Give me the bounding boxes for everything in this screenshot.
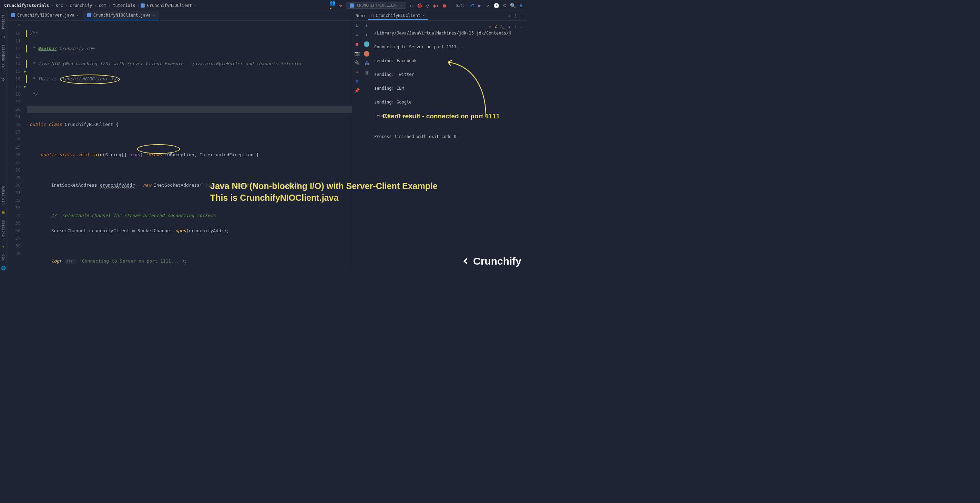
breadcrumb-item[interactable]: com — [97, 3, 108, 8]
chevron-right-icon: › — [108, 3, 111, 8]
run-tool-window: Run: ▢ CrunchifyNIOClient × ↓ ⋮ — ↻ ⚙ ■ … — [352, 11, 527, 270]
gear-icon[interactable]: ⚙ — [356, 32, 358, 37]
crunchify-logo: Crunchify — [461, 255, 521, 267]
chevron-right-icon: › — [64, 3, 68, 8]
close-icon[interactable]: × — [76, 13, 79, 18]
scroll-end-icon[interactable] — [364, 51, 369, 57]
more-icon[interactable]: ⋮ — [514, 13, 518, 18]
tab-label: CrunchifyNIOServer.java — [17, 13, 75, 18]
structure-icon[interactable]: ▦ — [2, 210, 5, 215]
run-header: Run: ▢ CrunchifyNIOClient × ↓ ⋮ — — [352, 11, 527, 21]
coverage-icon[interactable]: ◔ — [425, 2, 431, 9]
run-configuration-select[interactable]: CRUNCHIFYNIOCLIENT ▾ — [346, 2, 406, 9]
camera-icon[interactable]: 📷 — [354, 51, 360, 56]
arrow-down-icon[interactable]: ↓ — [508, 13, 511, 18]
crunchify-logo-icon — [461, 256, 470, 266]
tab-label: CrunchifyNIOClient.java — [93, 13, 151, 18]
trash-icon[interactable]: 🗑 — [364, 70, 369, 75]
code-with-me-icon[interactable]: 👥▾ — [329, 2, 336, 9]
breadcrumb-item[interactable]: CrunchifyNIOClient — [146, 3, 193, 8]
console-line: sending: Facebook — [374, 57, 524, 64]
git-push-icon[interactable]: ↗ — [485, 2, 491, 9]
console-line: sending: IBM — [374, 85, 524, 92]
star-icon[interactable]: ★ — [2, 244, 5, 249]
run-label: Run: — [356, 13, 368, 18]
console-line: Connecting to Server on port 1111... — [374, 43, 524, 50]
git-rollback-icon[interactable]: ⟲ — [501, 2, 508, 9]
console-line: sending: Twitter — [374, 71, 524, 78]
sidebar-project[interactable]: Project — [2, 13, 5, 31]
run-tab[interactable]: ▢ CrunchifyNIOClient × — [368, 12, 428, 20]
logo-text: Crunchify — [473, 255, 521, 267]
stop-icon[interactable]: ■ — [356, 42, 358, 46]
rerun-icon[interactable]: ↻ — [408, 2, 415, 9]
chevron-right-icon: › — [50, 3, 54, 8]
run-toolbar-left2: ↑ ↓ 🖶 🗑 — [362, 21, 371, 270]
dump-icon[interactable]: 🔌 — [354, 60, 360, 65]
editor-tab[interactable]: CrunchifyNIOServer.java × — [7, 11, 83, 20]
console-line: sending: Google — [374, 99, 524, 105]
chevron-right-icon: › — [137, 3, 140, 8]
editor-tab[interactable]: CrunchifyNIOClient.java × — [83, 11, 159, 20]
breadcrumbs: CrunchifyTutorials › src › crunchify › c… — [3, 3, 197, 8]
pin-icon[interactable]: 📌 — [354, 88, 360, 93]
exit-icon[interactable]: ↪ — [356, 69, 358, 75]
arrow-up-icon[interactable]: ↑ — [514, 23, 517, 30]
stop-square-icon: ▢ — [371, 13, 374, 18]
chevron-right-icon: › — [193, 3, 197, 8]
class-icon — [87, 13, 91, 17]
project-icon[interactable]: ▢ — [2, 35, 5, 39]
web-icon[interactable]: 🌐 — [1, 266, 6, 270]
sidebar-pull-requests[interactable]: Pull Requests — [2, 42, 5, 73]
soft-wrap-icon[interactable] — [364, 42, 369, 47]
breadcrumb-root[interactable]: CrunchifyTutorials — [3, 3, 50, 8]
gutter[interactable]: 91011121314 151617181920 212223242526 27… — [7, 21, 27, 270]
minimize-icon[interactable]: — — [521, 13, 523, 18]
topbar: CrunchifyTutorials › src › crunchify › c… — [0, 0, 527, 11]
close-icon[interactable]: × — [153, 13, 155, 18]
class-icon — [350, 3, 354, 8]
down-icon[interactable]: ↓ — [365, 32, 368, 37]
add-icon[interactable]: ⊕ — [518, 2, 524, 9]
print-icon[interactable]: 🖶 — [364, 61, 369, 66]
git-commit-icon[interactable]: ▶ — [477, 2, 483, 9]
console-line: /Library/Java/JavaVirtualMachines/jdk-15… — [374, 30, 524, 37]
profile-icon[interactable]: ◉▾ — [433, 2, 439, 9]
github-icon[interactable]: ○ — [2, 77, 5, 81]
git-label: Git: — [455, 3, 466, 8]
run-tab-label: CrunchifyNIOClient — [375, 13, 420, 18]
console-line: Process finished with exit code 0 — [374, 133, 524, 140]
chevron-right-icon: › — [93, 3, 97, 8]
git-branch-icon[interactable]: ⎇ — [468, 2, 474, 9]
stop-icon[interactable]: ■ — [441, 2, 448, 9]
up-icon[interactable]: ↑ — [365, 23, 368, 28]
class-icon — [141, 3, 145, 8]
git-history-icon[interactable]: 🕐 — [493, 2, 499, 9]
sidebar-web[interactable]: Web — [2, 252, 5, 262]
close-icon[interactable]: × — [422, 13, 425, 18]
inspection-widget[interactable]: ⚠2 A̲2 ↑ ↓ — [489, 23, 522, 30]
chevron-down-icon: ▾ — [400, 3, 402, 8]
run-toolbar-left: ↻ ⚙ ■ 📷 🔌 ↪ ▤ 📌 — [352, 21, 362, 270]
warning-count: 2 — [495, 23, 497, 30]
left-tool-sidebar: Project ▢ Pull Requests ○ Structure ▦ Fa… — [0, 11, 7, 270]
run-console[interactable]: /Library/Java/JavaVirtualMachines/jdk-15… — [371, 21, 527, 270]
breadcrumb-item[interactable]: src — [54, 3, 64, 8]
sidebar-favorites[interactable]: Favorites — [2, 218, 5, 241]
topbar-right: 👥▾ ⚒ CRUNCHIFYNIOCLIENT ▾ ↻ 🐞 ◔ ◉▾ ■ Git… — [329, 2, 524, 9]
typo-count: 2 — [508, 23, 511, 30]
run-config-name: CRUNCHIFYNIOCLIENT — [357, 3, 398, 8]
typo-icon: A̲ — [500, 23, 505, 30]
search-icon[interactable]: 🔍 — [510, 2, 516, 9]
arrow-down-icon[interactable]: ↓ — [520, 23, 522, 30]
breadcrumb-item[interactable]: tutorials — [111, 3, 137, 8]
console-line: sending: Crunchify — [374, 112, 524, 119]
sidebar-structure[interactable]: Structure — [2, 184, 5, 207]
class-icon — [11, 13, 15, 17]
warning-icon: ⚠ — [489, 23, 492, 30]
build-icon[interactable]: ⚒ — [338, 2, 344, 9]
layout-icon[interactable]: ▤ — [356, 79, 358, 84]
rerun-icon[interactable]: ↻ — [356, 23, 358, 28]
debug-icon[interactable]: 🐞 — [417, 2, 423, 9]
breadcrumb-item[interactable]: crunchify — [68, 3, 93, 8]
